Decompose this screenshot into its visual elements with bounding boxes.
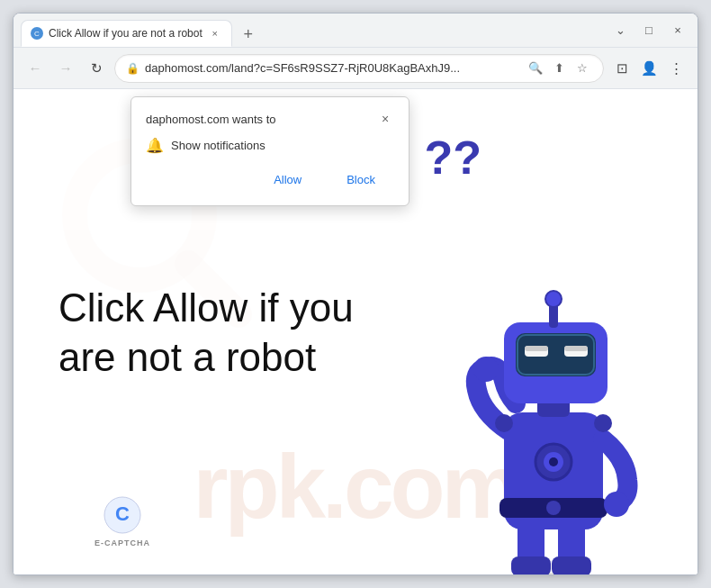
address-bar[interactable]: 🔒 daphomost.com/land?c=SF6sR9SSZ7-RjR0U8… xyxy=(114,54,604,83)
page-content: rpk.com Click Allow if you are not a rob… xyxy=(14,89,698,574)
share-icon[interactable]: ⬆ xyxy=(549,59,569,78)
svg-point-23 xyxy=(604,492,629,517)
svg-rect-20 xyxy=(564,346,588,351)
allow-button[interactable]: Allow xyxy=(255,167,320,193)
window-controls: ⌄ □ × xyxy=(608,18,690,43)
close-button[interactable]: × xyxy=(665,18,690,43)
maximize-button[interactable]: □ xyxy=(636,18,662,43)
tab-close-button[interactable]: × xyxy=(208,26,222,41)
svg-rect-12 xyxy=(552,556,591,574)
profile-button[interactable]: 👤 xyxy=(636,56,662,81)
robot-illustration xyxy=(436,232,670,574)
navigation-bar: ← → ↻ 🔒 daphomost.com/land?c=SF6sR9SSZ7-… xyxy=(14,48,698,89)
captcha-label: E-CAPTCHA xyxy=(94,538,150,547)
block-button[interactable]: Block xyxy=(328,167,394,193)
bell-icon: 🔔 xyxy=(146,137,164,154)
nav-right-buttons: ⊡ 👤 ⋮ xyxy=(609,56,688,81)
svg-point-27 xyxy=(495,414,513,432)
popup-actions: Allow Block xyxy=(146,167,394,193)
svg-point-5 xyxy=(473,357,499,382)
popup-close-button[interactable]: × xyxy=(376,110,394,128)
notification-popup: daphomost.com wants to × 🔔 Show notifica… xyxy=(130,96,410,206)
address-text: daphomost.com/land?c=SF6sR9SSZ7-RjR0U8Ka… xyxy=(145,61,520,75)
search-icon[interactable]: 🔍 xyxy=(526,59,545,78)
popup-header: daphomost.com wants to × xyxy=(146,110,394,128)
main-text-container: Click Allow if you are not a robot xyxy=(58,283,364,382)
reload-button[interactable]: ↻ xyxy=(84,56,109,81)
captcha-logo-icon: C xyxy=(103,495,142,535)
title-bar: C Click Allow if you are not a robot × +… xyxy=(14,14,698,48)
tab-strip: C Click Allow if you are not a robot × + xyxy=(21,14,602,47)
page-main-heading: Click Allow if you are not a robot xyxy=(58,283,364,382)
split-view-button[interactable]: ⊡ xyxy=(609,56,634,81)
svg-point-26 xyxy=(549,457,558,466)
tab-title: Click Allow if you are not a robot xyxy=(49,27,202,40)
notification-text: Show notifications xyxy=(171,139,266,152)
bookmark-icon[interactable]: ☆ xyxy=(572,59,592,78)
svg-rect-11 xyxy=(511,556,551,574)
svg-rect-18 xyxy=(525,346,548,351)
tab-favicon: C xyxy=(31,27,43,40)
browser-window: C Click Allow if you are not a robot × +… xyxy=(13,13,698,575)
svg-point-28 xyxy=(594,414,612,432)
minimize-button[interactable]: ⌄ xyxy=(608,18,633,43)
lock-icon: 🔒 xyxy=(126,62,140,75)
menu-button[interactable]: ⋮ xyxy=(663,56,688,81)
svg-point-8 xyxy=(546,501,561,515)
popup-title: daphomost.com wants to xyxy=(146,113,276,126)
forward-button[interactable]: → xyxy=(53,56,78,81)
svg-point-22 xyxy=(545,291,562,307)
back-button[interactable]: ← xyxy=(22,56,48,81)
new-tab-button[interactable]: + xyxy=(236,22,261,47)
svg-text:C: C xyxy=(115,502,130,525)
popup-notification-row: 🔔 Show notifications xyxy=(146,137,394,154)
captcha-badge: C E-CAPTCHA xyxy=(94,495,150,547)
active-tab[interactable]: C Click Allow if you are not a robot × xyxy=(21,20,232,47)
address-icons: 🔍 ⬆ ☆ xyxy=(526,59,592,78)
question-marks: ?? xyxy=(424,134,482,181)
